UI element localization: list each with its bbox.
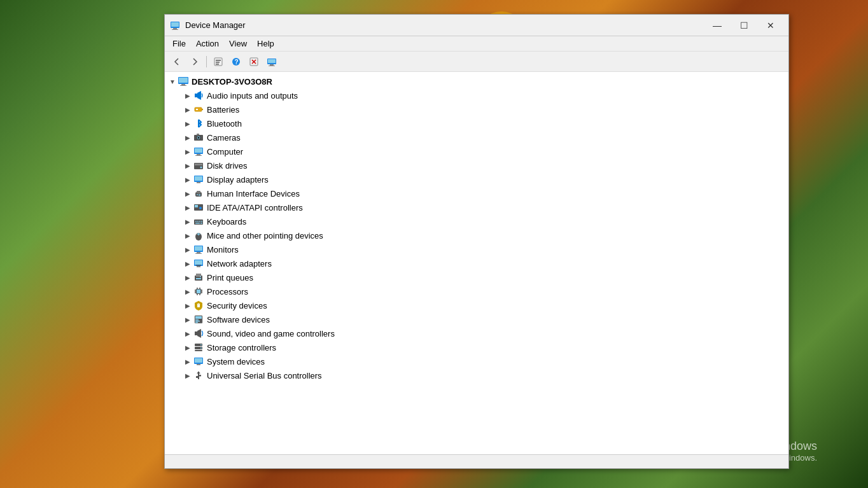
svg-rect-30 bbox=[195, 148, 202, 153]
title-bar: Device Manager — ☐ ✕ bbox=[165, 15, 788, 36]
tree-item-bluetooth[interactable]: ▶Bluetooth bbox=[165, 116, 788, 130]
menu-action[interactable]: Action bbox=[191, 38, 224, 50]
svg-rect-91 bbox=[195, 350, 202, 351]
svg-rect-31 bbox=[197, 154, 200, 155]
help-button[interactable]: ? bbox=[228, 54, 244, 69]
display-label: Display adapters bbox=[207, 175, 269, 185]
tree-item-hid[interactable]: ▶Human Interface Devices bbox=[165, 186, 788, 200]
display-icon bbox=[193, 174, 204, 185]
properties-button[interactable] bbox=[210, 54, 227, 69]
close-button[interactable]: ✕ bbox=[758, 18, 783, 32]
audio-arrow: ▶ bbox=[183, 90, 193, 101]
tree-item-software[interactable]: ▶Software devices bbox=[165, 312, 788, 326]
tree-item-display[interactable]: ▶Display adapters bbox=[165, 172, 788, 186]
svg-point-93 bbox=[200, 347, 202, 349]
tree-item-disk[interactable]: ▶Disk drives bbox=[165, 158, 788, 172]
svg-rect-63 bbox=[195, 260, 202, 265]
tree-item-security[interactable]: ▶Security devices bbox=[165, 298, 788, 312]
svg-rect-15 bbox=[269, 66, 275, 66]
tree-item-usb[interactable]: ▶Universal Serial Bus controllers bbox=[165, 368, 788, 382]
security-label: Security devices bbox=[207, 301, 267, 310]
keyboards-arrow: ▶ bbox=[183, 216, 193, 227]
processors-icon bbox=[193, 286, 204, 297]
svg-rect-21 bbox=[195, 94, 197, 97]
back-button[interactable] bbox=[169, 54, 185, 69]
disk-icon bbox=[193, 160, 204, 171]
svg-point-41 bbox=[197, 194, 198, 195]
system-icon bbox=[193, 356, 204, 367]
device-tree[interactable]: ▼ DESKTOP-3VO3O8R ▶Audio inputs and outp… bbox=[165, 72, 788, 454]
mice-icon bbox=[193, 230, 204, 241]
svg-rect-48 bbox=[195, 221, 197, 222]
svg-rect-85 bbox=[195, 319, 199, 321]
tree-item-mice[interactable]: ▶Mice and other pointing devices bbox=[165, 228, 788, 242]
svg-rect-50 bbox=[199, 221, 200, 222]
svg-rect-3 bbox=[171, 22, 179, 27]
svg-rect-96 bbox=[197, 364, 200, 365]
hid-arrow: ▶ bbox=[183, 188, 193, 199]
status-bar bbox=[165, 454, 788, 468]
hid-icon bbox=[193, 188, 204, 199]
tree-item-network[interactable]: ▶Network adapters bbox=[165, 256, 788, 270]
svg-rect-49 bbox=[197, 221, 199, 222]
svg-rect-51 bbox=[201, 221, 202, 222]
disk-label: Disk drives bbox=[207, 161, 248, 171]
tree-item-keyboards[interactable]: ▶Keyboards bbox=[165, 214, 788, 228]
storage-arrow: ▶ bbox=[183, 342, 193, 352]
software-arrow: ▶ bbox=[183, 314, 193, 324]
show-devices-button[interactable] bbox=[263, 54, 280, 69]
tree-item-batteries[interactable]: ▶Batteries bbox=[165, 102, 788, 116]
svg-rect-23 bbox=[202, 109, 203, 110]
network-arrow: ▶ bbox=[183, 258, 193, 268]
forward-button[interactable] bbox=[186, 54, 203, 69]
tree-item-storage[interactable]: ▶Storage controllers bbox=[165, 340, 788, 354]
menu-view[interactable]: View bbox=[224, 38, 252, 50]
svg-rect-37 bbox=[195, 176, 202, 181]
maximize-button[interactable]: ☐ bbox=[731, 18, 757, 32]
window-title: Device Manager bbox=[185, 20, 704, 30]
tree-item-ide[interactable]: ▶IDE ATA/ATAPI controllers bbox=[165, 200, 788, 214]
sound-label: Sound, video and game controllers bbox=[207, 329, 335, 338]
svg-rect-20 bbox=[180, 85, 186, 86]
storage-label: Storage controllers bbox=[207, 343, 276, 352]
keyboards-icon bbox=[193, 216, 204, 227]
system-arrow: ▶ bbox=[183, 356, 193, 366]
tree-item-computer[interactable]: ▶Computer bbox=[165, 144, 788, 158]
menu-file[interactable]: File bbox=[167, 38, 191, 50]
print-arrow: ▶ bbox=[183, 272, 193, 282]
svg-rect-98 bbox=[196, 376, 199, 378]
device-manager-window: Device Manager — ☐ ✕ File Action View He… bbox=[164, 14, 789, 469]
svg-rect-60 bbox=[197, 252, 200, 253]
tree-item-cameras[interactable]: ▶Cameras bbox=[165, 130, 788, 144]
system-label: System devices bbox=[207, 357, 265, 366]
monitors-label: Monitors bbox=[207, 245, 239, 254]
root-label: DESKTOP-3VO3O8R bbox=[192, 77, 272, 87]
menu-bar: File Action View Help bbox=[165, 36, 788, 52]
tree-item-processors[interactable]: ▶Processors bbox=[165, 284, 788, 298]
tree-item-audio[interactable]: ▶Audio inputs and outputs bbox=[165, 88, 788, 102]
usb-label: Universal Serial Bus controllers bbox=[207, 371, 322, 380]
bluetooth-label: Bluetooth bbox=[207, 119, 242, 129]
computer-label: Computer bbox=[207, 147, 243, 157]
menu-help[interactable]: Help bbox=[252, 38, 279, 50]
tree-root[interactable]: ▼ DESKTOP-3VO3O8R bbox=[165, 74, 788, 88]
minimize-button[interactable]: — bbox=[704, 18, 730, 32]
mice-label: Mice and other pointing devices bbox=[207, 231, 323, 241]
tree-item-monitors[interactable]: ▶Monitors bbox=[165, 242, 788, 256]
svg-rect-5 bbox=[216, 60, 221, 61]
svg-rect-32 bbox=[195, 155, 202, 156]
uninstall-button[interactable] bbox=[246, 54, 262, 69]
batteries-label: Batteries bbox=[207, 105, 239, 115]
svg-rect-59 bbox=[195, 246, 202, 251]
svg-rect-38 bbox=[197, 182, 200, 183]
processors-label: Processors bbox=[207, 287, 248, 296]
svg-rect-47 bbox=[194, 220, 203, 225]
batteries-arrow: ▶ bbox=[183, 104, 193, 115]
batteries-icon bbox=[193, 104, 204, 115]
svg-point-46 bbox=[199, 207, 202, 209]
tree-item-print[interactable]: ▶Print queues bbox=[165, 270, 788, 284]
cameras-label: Cameras bbox=[207, 133, 241, 143]
tree-item-sound[interactable]: ▶Sound, video and game controllers bbox=[165, 326, 788, 340]
svg-rect-34 bbox=[195, 164, 202, 165]
tree-item-system[interactable]: ▶System devices bbox=[165, 354, 788, 368]
